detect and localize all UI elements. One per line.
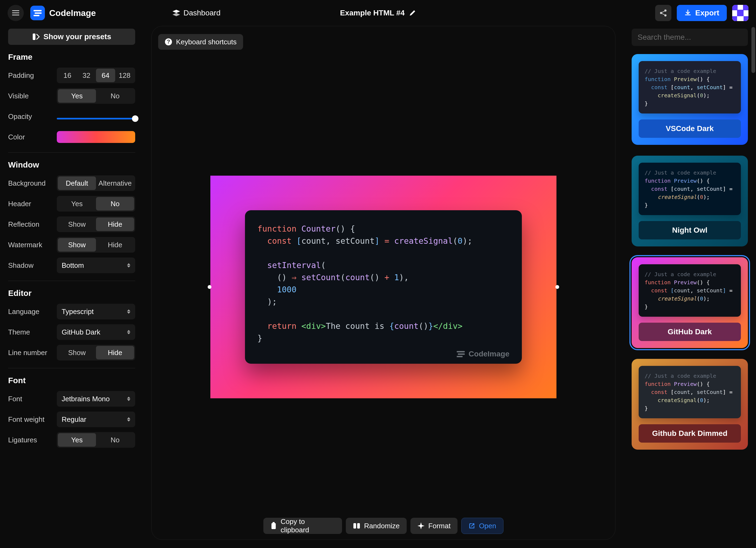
svg-rect-3	[34, 10, 42, 11]
watermark-label: Watermark	[8, 241, 57, 249]
ligatures-segmented: Yes No	[57, 432, 135, 448]
svg-rect-22	[457, 351, 465, 352]
theme-card-ghdim[interactable]: // Just a code example function Preview(…	[632, 359, 748, 450]
scrollbar-thumb[interactable]	[751, 27, 755, 73]
padding-segmented: 16 32 64 128	[57, 68, 135, 83]
shadow-select[interactable]: Bottom	[57, 258, 135, 273]
open-button[interactable]: Open	[461, 518, 503, 534]
padding-16[interactable]: 16	[58, 69, 77, 82]
watermark-segmented: Show Hide	[57, 237, 135, 253]
padding-32[interactable]: 32	[77, 69, 96, 82]
opacity-slider[interactable]	[57, 118, 135, 120]
presets-label: Show your presets	[44, 32, 111, 41]
question-icon: ?	[165, 38, 172, 46]
theme-card-ghdark[interactable]: // Just a code example function Preview(…	[632, 257, 748, 348]
ligatures-yes[interactable]: Yes	[58, 433, 96, 447]
document-title[interactable]: Example HTML #4	[340, 9, 404, 17]
theme-preview: // Just a code example function Preview(…	[639, 163, 741, 215]
color-swatch[interactable]	[57, 131, 135, 143]
svg-rect-0	[12, 10, 19, 11]
theme-select[interactable]: GitHub Dark	[57, 324, 135, 340]
padding-128[interactable]: 128	[115, 69, 134, 82]
watermark-hide[interactable]: Hide	[96, 238, 134, 252]
download-icon	[684, 9, 691, 16]
export-button[interactable]: Export	[677, 5, 727, 21]
header-segmented: Yes No	[57, 196, 135, 212]
dashboard-label: Dashboard	[183, 9, 220, 17]
theme-value: GitHub Dark	[62, 328, 100, 336]
theme-name[interactable]: GitHub Dark	[639, 323, 741, 341]
randomize-button[interactable]: Randomize	[346, 518, 407, 534]
code-window[interactable]: function Counter() { const [count, setCo…	[245, 210, 522, 364]
code-content[interactable]: function Counter() { const [count, setCo…	[257, 223, 509, 344]
show-presets-button[interactable]: Show your presets	[8, 29, 135, 45]
ligatures-label: Ligatures	[8, 436, 57, 444]
language-label: Language	[8, 307, 57, 316]
theme-name[interactable]: Github Dark Dimmed	[639, 424, 741, 443]
reflection-segmented: Show Hide	[57, 217, 135, 232]
visible-no[interactable]: No	[96, 89, 134, 103]
bg-default[interactable]: Default	[58, 177, 96, 190]
padding-64[interactable]: 64	[96, 69, 115, 82]
visible-label: Visible	[8, 92, 57, 100]
svg-rect-27	[353, 523, 356, 529]
linenum-segmented: Show Hide	[57, 345, 135, 360]
svg-rect-2	[12, 15, 19, 15]
randomize-icon	[353, 522, 360, 530]
reflection-hide[interactable]: Hide	[96, 218, 134, 231]
language-select[interactable]: Typescript	[57, 304, 135, 319]
keyboard-shortcuts-button[interactable]: ? Keyboard shortcuts	[158, 34, 243, 50]
svg-rect-1	[12, 12, 19, 13]
weight-value: Regular	[62, 415, 86, 424]
linenum-show[interactable]: Show	[58, 346, 96, 359]
svg-rect-18	[744, 16, 748, 21]
linenum-label: Line number	[8, 348, 57, 357]
hamburger-icon	[12, 10, 19, 16]
reflection-show[interactable]: Show	[58, 218, 96, 231]
resize-handle-left[interactable]	[208, 285, 211, 289]
svg-line-11	[662, 11, 665, 12]
svg-rect-14	[732, 5, 737, 10]
svg-line-12	[662, 14, 665, 15]
theme-preview: // Just a code example function Preview(…	[639, 366, 741, 418]
ligatures-no[interactable]: No	[96, 433, 134, 447]
theme-name[interactable]: VSCode Dark	[639, 120, 741, 138]
theme-name[interactable]: Night Owl	[639, 221, 741, 240]
visible-yes[interactable]: Yes	[58, 89, 96, 103]
font-select[interactable]: Jetbrains Mono	[57, 391, 135, 407]
edit-icon[interactable]	[409, 9, 416, 16]
header-no[interactable]: No	[96, 197, 134, 211]
format-button[interactable]: Format	[410, 518, 457, 534]
bg-alt[interactable]: Alternative	[96, 177, 134, 190]
copy-button[interactable]: Copy to clipboard	[263, 518, 342, 534]
frame-heading: Frame	[8, 52, 135, 62]
svg-rect-4	[35, 12, 42, 14]
visible-segmented: Yes No	[57, 88, 135, 104]
language-value: Typescript	[62, 307, 94, 316]
svg-marker-7	[173, 13, 180, 16]
resize-handle-right[interactable]	[555, 285, 559, 289]
theme-card-nightowl[interactable]: // Just a code example function Preview(…	[632, 156, 748, 247]
svg-rect-28	[357, 523, 360, 529]
font-value: Jetbrains Mono	[62, 395, 110, 403]
watermark-show[interactable]: Show	[58, 238, 96, 252]
weight-select[interactable]: Regular	[57, 411, 135, 427]
watermark-text: CodeImage	[469, 350, 509, 358]
open-label: Open	[479, 522, 496, 530]
font-heading: Font	[8, 376, 135, 385]
header-yes[interactable]: Yes	[58, 197, 96, 211]
share-button[interactable]	[655, 5, 671, 21]
theme-card-vscode[interactable]: // Just a code example function Preview(…	[632, 54, 748, 145]
opacity-thumb[interactable]	[132, 115, 138, 122]
dashboard-link[interactable]: Dashboard	[173, 9, 220, 17]
linenum-hide[interactable]: Hide	[96, 346, 134, 359]
header-label: Header	[8, 200, 57, 208]
svg-rect-16	[737, 10, 744, 16]
avatar[interactable]	[732, 5, 748, 21]
editor-heading: Editor	[8, 288, 135, 298]
svg-text:?: ?	[167, 39, 170, 45]
theme-search-input[interactable]	[632, 29, 748, 46]
shadow-value: Bottom	[62, 261, 84, 270]
menu-button[interactable]	[8, 5, 24, 21]
randomize-label: Randomize	[364, 522, 400, 530]
